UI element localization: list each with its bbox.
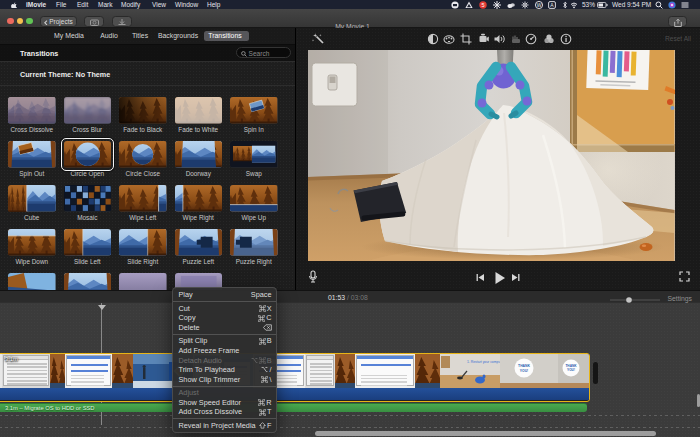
svg-text:YOU!: YOU!: [520, 368, 528, 372]
svg-text:YOU!: YOU!: [567, 368, 575, 372]
svg-text:A: A: [550, 2, 554, 8]
svg-text:W: W: [537, 2, 542, 8]
svg-text:THANK: THANK: [518, 364, 530, 368]
svg-text:1. Restart your computer: 1. Restart your computer: [467, 359, 500, 363]
svg-text:5: 5: [481, 2, 484, 8]
